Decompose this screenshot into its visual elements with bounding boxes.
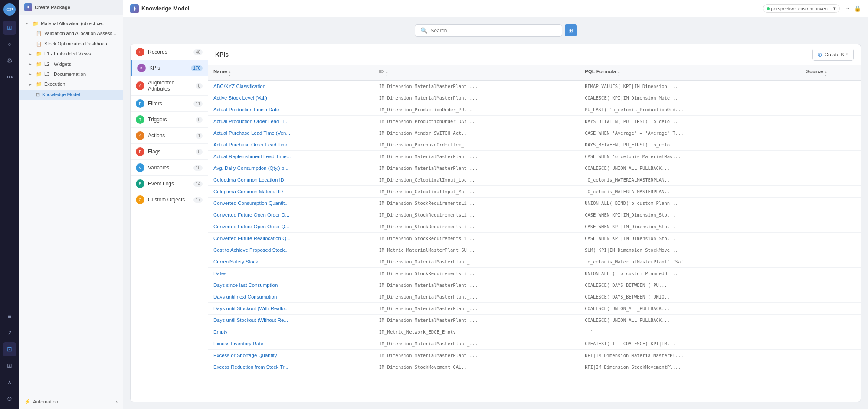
table-row[interactable]: CurrentSafety StockIM_Dimension_Material… bbox=[208, 256, 861, 268]
table-row[interactable]: Celoptima Common Material IDIM_Dimension… bbox=[208, 186, 861, 198]
table-row[interactable]: ABC/XYZ ClassificationIM_Dimension_Mater… bbox=[208, 81, 861, 92]
panel-item-actions[interactable]: AActions1 bbox=[131, 128, 208, 144]
nav-search2-icon[interactable]: ⊙ bbox=[3, 392, 16, 406]
search-input[interactable] bbox=[431, 28, 557, 34]
table-row[interactable]: Actual Purchase Lead Time (Ven...IM_Dime… bbox=[208, 127, 861, 139]
nav-model-icon[interactable]: ⊡ bbox=[3, 342, 16, 356]
table-row[interactable]: Actual Replenishment Lead Time...IM_Dime… bbox=[208, 151, 861, 162]
table-row[interactable]: Days until Stockout (Without Re...IM_Dim… bbox=[208, 315, 861, 326]
tree-item-l3-docs[interactable]: ▸📁L3 - Documentation bbox=[19, 69, 123, 79]
kpi-id-cell: IM_Dimension_MaterialMasterPlant_... bbox=[374, 291, 580, 303]
sort-icon-pql_formula: ▲▼ bbox=[617, 71, 620, 77]
panel-item-count-kpis: 170 bbox=[191, 65, 203, 71]
nav-chart-icon[interactable]: ↗ bbox=[3, 326, 16, 340]
nav-list-icon[interactable]: ≡ bbox=[3, 309, 16, 323]
panel-item-kpis[interactable]: KKPIs170 bbox=[131, 60, 208, 76]
tree-item-knowledge-model[interactable]: ⊡Knowledge Model bbox=[19, 90, 123, 100]
table-row[interactable]: DatesIM_Dimension_StockRequirementsLi...… bbox=[208, 268, 861, 279]
topbar-more-icon[interactable]: ⋯ bbox=[844, 5, 850, 12]
kpi-pql-cell: CASE WHEN KPI|IM_Dimension_Sto... bbox=[580, 221, 801, 233]
sort-icon-name: ▲▼ bbox=[228, 71, 231, 77]
top-bar-right: perspective_custom_inven... ▾ ⋯ 🔒 bbox=[763, 4, 861, 13]
table-row[interactable]: Excess Inventory RateIM_Dimension_Materi… bbox=[208, 338, 861, 350]
kpi-source-cell bbox=[801, 291, 861, 303]
table-row[interactable]: Celoptima Common Location IDIM_Dimension… bbox=[208, 174, 861, 186]
kpi-pql-cell: CASE WHEN 'o_celonis_MaterialMas... bbox=[580, 151, 801, 162]
table-row[interactable]: Converted Future Open Order Q...IM_Dimen… bbox=[208, 221, 861, 233]
table-row[interactable]: Cost to Achieve Proposed Stock...IM_Metr… bbox=[208, 244, 861, 256]
nav-filter-icon[interactable]: ⊼ bbox=[3, 375, 16, 389]
create-kpi-button[interactable]: ⊕ Create KPI bbox=[812, 49, 854, 61]
panel-item-filters[interactable]: FFilters11 bbox=[131, 96, 208, 112]
table-row[interactable]: Days until Stockout (With Reallo...IM_Di… bbox=[208, 303, 861, 315]
tree-item-l2-widgets[interactable]: ▸📁L2 - Widgets bbox=[19, 59, 123, 69]
table-body: ABC/XYZ ClassificationIM_Dimension_Mater… bbox=[208, 81, 861, 373]
panel-item-triggers[interactable]: TTriggers0 bbox=[131, 112, 208, 128]
kpi-source-cell bbox=[801, 244, 861, 256]
status-badge[interactable]: perspective_custom_inven... ▾ bbox=[763, 4, 840, 13]
panel-item-records[interactable]: RRecords48 bbox=[131, 44, 208, 60]
tree-item-execution[interactable]: ▸📁Execution bbox=[19, 79, 123, 89]
nav-more-icon[interactable]: ••• bbox=[3, 70, 16, 84]
table-row[interactable]: Excess or Shortage QuantityIM_Dimension_… bbox=[208, 350, 861, 361]
filter-button[interactable]: ⊞ bbox=[565, 24, 577, 36]
nav-bell-icon[interactable]: ⚙ bbox=[3, 54, 16, 68]
table-row[interactable]: Converted Future Reallocation Q...IM_Dim… bbox=[208, 233, 861, 244]
nav-home-icon[interactable]: ⊞ bbox=[3, 21, 16, 35]
panel-item-label-kpis: KPIs bbox=[149, 65, 160, 71]
tree-item-validation[interactable]: 📋Validation and Allocation Assess... bbox=[19, 29, 123, 39]
topbar-lock-icon[interactable]: 🔒 bbox=[854, 5, 861, 12]
col-header-id[interactable]: ID▲▼ bbox=[374, 65, 580, 81]
kpi-id-cell: IM_Dimension_MaterialMasterPlant_... bbox=[374, 338, 580, 350]
kpi-pql-cell: COALESCE( DAYS_BETWEEN ( PU... bbox=[580, 279, 801, 291]
table-row[interactable]: Days since last ConsumptionIM_Dimension_… bbox=[208, 279, 861, 291]
kpi-source-cell bbox=[801, 338, 861, 350]
kpi-pql-cell: COALESCE( DAYS_BETWEEN ( UNIO... bbox=[580, 291, 801, 303]
kpi-id-cell: IM_Dimension_PurchaseOrderItem_... bbox=[374, 139, 580, 151]
panel-item-augmented[interactable]: AAugmented Attributes0 bbox=[131, 76, 208, 96]
panel-item-variables[interactable]: VVariables10 bbox=[131, 160, 208, 176]
table-row[interactable]: Actual Purchase Order Lead TimeIM_Dimens… bbox=[208, 139, 861, 151]
top-bar-left: ⧫ Knowledge Model bbox=[130, 4, 190, 13]
kpi-source-cell bbox=[801, 151, 861, 162]
table-row[interactable]: EmptyIM_Metric_Network_EDGE_Empty' ' bbox=[208, 326, 861, 338]
panel-item-flags[interactable]: FFlags0 bbox=[131, 144, 208, 160]
sort-icon-source: ▲▼ bbox=[824, 71, 827, 77]
main-content: ⧫ Knowledge Model perspective_custom_inv… bbox=[123, 0, 868, 409]
table-row[interactable]: Actual Production Finish DateIM_Dimensio… bbox=[208, 104, 861, 116]
tree-item-stock-opt[interactable]: 📋Stock Optimization Dashboard bbox=[19, 39, 123, 49]
col-header-pql_formula[interactable]: PQL Formula▲▼ bbox=[580, 65, 801, 81]
kpi-source-cell bbox=[801, 174, 861, 186]
table-row[interactable]: Avg. Daily Consumption (Qty.) p...IM_Dim… bbox=[208, 162, 861, 174]
nav-data-icon[interactable]: ⊞ bbox=[3, 359, 16, 373]
panel-item-event-logs[interactable]: EEvent Logs14 bbox=[131, 176, 208, 192]
tree-item-material-allocation[interactable]: ▾📁Material Allocation (object-ce... bbox=[19, 19, 123, 29]
kpi-name-cell: Converted Future Reallocation Q... bbox=[208, 233, 374, 244]
panel-item-label-flags: Flags bbox=[148, 149, 160, 155]
col-header-name[interactable]: Name▲▼ bbox=[208, 65, 374, 81]
kpi-name-cell: Actual Replenishment Lead Time... bbox=[208, 151, 374, 162]
kpi-table: Name▲▼ID▲▼PQL Formula▲▼Source▲▼ ABC/XYZ … bbox=[208, 65, 861, 373]
table-row[interactable]: Excess Reduction from Stock Tr...IM_Dime… bbox=[208, 361, 861, 373]
tree-sidebar-header: ✦ Create Package bbox=[19, 0, 123, 15]
left-panel: RRecords48KKPIs170AAugmented Attributes0… bbox=[130, 44, 208, 402]
table-row[interactable]: Actual Production Order Lead Ti...IM_Dim… bbox=[208, 116, 861, 127]
kpi-source-cell bbox=[801, 303, 861, 315]
tree-item-l1-embedded[interactable]: ▸📁L1 - Embedded Views bbox=[19, 49, 123, 59]
brand-icon: ⧫ bbox=[130, 4, 139, 13]
table-row[interactable]: Converted Future Open Order Q...IM_Dimen… bbox=[208, 209, 861, 221]
table-row[interactable]: Days until next ConsumptionIM_Dimension_… bbox=[208, 291, 861, 303]
table-row[interactable]: Active Stock Level (Val.)IM_Dimension_Ma… bbox=[208, 92, 861, 104]
table-row[interactable]: Converted Consumption Quantit...IM_Dimen… bbox=[208, 198, 861, 209]
plus-circle-icon: ⊕ bbox=[817, 51, 822, 58]
panel-item-label-variables: Variables bbox=[148, 165, 169, 171]
kpi-id-cell: IM_Dimension_MaterialMasterPlant_... bbox=[374, 279, 580, 291]
panel-item-custom-objects[interactable]: CCustom Objects17 bbox=[131, 192, 208, 208]
col-header-source[interactable]: Source▲▼ bbox=[801, 65, 861, 81]
user-avatar[interactable]: CP bbox=[3, 3, 16, 16]
kpi-source-cell bbox=[801, 268, 861, 279]
brand-label: Knowledge Model bbox=[141, 5, 190, 12]
panel-item-label-records: Records bbox=[148, 49, 167, 55]
nav-search-icon[interactable]: ○ bbox=[3, 37, 16, 51]
automation-footer[interactable]: ⚡ Automation › bbox=[19, 394, 123, 409]
